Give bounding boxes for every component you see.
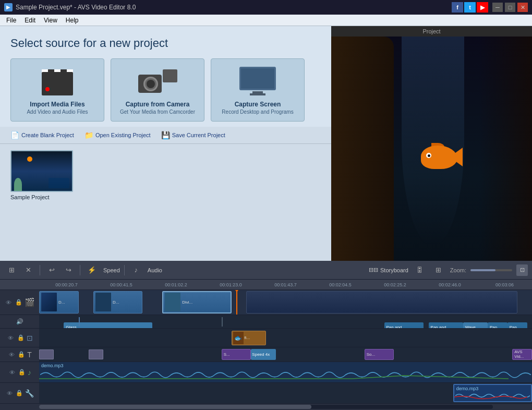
storyboard-toggle[interactable]: ⊟⊟ Storyboard: [369, 267, 408, 273]
track-eye-btn-4[interactable]: 👁: [7, 351, 16, 359]
text-clip-so[interactable]: So...: [365, 349, 394, 360]
scroll-thumb[interactable]: [39, 405, 311, 409]
redo-button[interactable]: ↪: [61, 263, 76, 278]
window-controls: ─ □ ✕: [492, 3, 528, 12]
source-options: Import Media Files Add Video and Audio F…: [10, 58, 321, 122]
create-blank-link[interactable]: 📄 Create Blank Project: [10, 131, 74, 139]
fish-eye: [426, 153, 431, 158]
audio-label: Audio: [148, 267, 162, 273]
effect-clip-pan1[interactable]: Pan and...: [384, 322, 424, 328]
track-vol-btn-2[interactable]: 🔊: [16, 318, 24, 326]
track-eye-btn-6[interactable]: 👁: [5, 389, 14, 397]
scroll-track[interactable]: [39, 405, 493, 409]
track-eye-btn-3[interactable]: 👁: [7, 334, 15, 342]
track-eye-btn-5[interactable]: 👁: [8, 368, 16, 377]
text-track-content: S... Speed 4x So... AVS Vid...: [39, 347, 532, 361]
text-track-row: 👁 🔒 T S... Speed 4x So... AVS Vid...: [0, 347, 532, 362]
effect-clip-pan2[interactable]: Pan and...: [429, 322, 463, 328]
capture-screen-option[interactable]: Capture Screen Record Desktop and Progra…: [211, 58, 305, 122]
track-lock-btn-3[interactable]: 🔒: [17, 334, 25, 342]
audio-main-clip[interactable]: demo.mp3: [39, 362, 532, 382]
window-title: Sample Project.vep* - AVS Video Editor 8…: [16, 4, 136, 11]
sample-project-thumb[interactable]: Sample Project: [10, 150, 73, 200]
twitter-btn[interactable]: t: [464, 2, 476, 13]
audio-btn[interactable]: ♪: [129, 263, 143, 278]
audio-track-icon: ♪: [28, 368, 31, 377]
youtube-btn[interactable]: ▶: [477, 2, 488, 13]
video-track-icon: 🎬: [25, 297, 35, 307]
clip-label-2: Divi...: [182, 300, 192, 305]
effect-clip-glass[interactable]: Glass...: [64, 322, 152, 328]
maximize-button[interactable]: □: [505, 3, 515, 12]
overlay-track-content: 🐟 fi...: [39, 329, 532, 347]
video-track-controls: 👁 🔒 🎬: [0, 290, 39, 315]
effects-track-controls: 🔊: [0, 315, 39, 328]
fish: [421, 143, 463, 174]
effect-marker-2: [222, 317, 223, 327]
save-label: Save Current Project: [172, 132, 225, 138]
effect-clip-pan4[interactable]: Pan ...: [507, 322, 527, 328]
minimize-button[interactable]: ─: [492, 3, 503, 12]
audio-track-controls: 👁 🔒 ♪: [0, 362, 39, 382]
video-clip-1[interactable]: D...: [93, 291, 143, 313]
overlay-track-icon: ⊡: [27, 334, 33, 342]
track-lock-btn-4[interactable]: 🔒: [17, 351, 26, 359]
menu-help[interactable]: Help: [62, 16, 83, 25]
track-lock-btn-5[interactable]: 🔒: [18, 368, 26, 377]
audio-track-main-row: 👁 🔒 ♪ demo.mp3: [0, 362, 532, 383]
timeline-grid-btn[interactable]: ⊞: [4, 263, 19, 278]
fish-tail: [450, 148, 463, 166]
video-track-content[interactable]: D... D... Divi...: [39, 290, 532, 315]
text-clip-1[interactable]: [89, 349, 103, 359]
source-select-section: Select source for a new project: [0, 26, 331, 127]
close-button[interactable]: ✕: [517, 3, 528, 12]
camera-title: Capture from Camera: [119, 101, 196, 108]
project-links: 📄 Create Blank Project 📁 Open Existing P…: [0, 127, 331, 144]
timeline-toolbar: ⊞ ✕ ↩ ↪ ⚡ Speed ♪ Audio ⊟⊟ Storyboard 🎛 …: [0, 261, 532, 280]
audio-mixer-btn[interactable]: 🎛: [413, 263, 427, 278]
effect-clip-pan3[interactable]: Pan ...: [488, 322, 507, 328]
overlay-clip-fish[interactable]: 🐟 fi...: [232, 331, 266, 345]
text-clip-s[interactable]: S...: [222, 349, 251, 360]
text-track-controls: 👁 🔒 T: [0, 347, 39, 361]
menu-edit[interactable]: Edit: [20, 16, 40, 25]
effect-clip-wave[interactable]: Wave: [463, 322, 488, 328]
open-existing-link[interactable]: 📁 Open Existing Project: [84, 131, 151, 139]
save-current-link[interactable]: 💾 Save Current Project: [161, 131, 225, 139]
menu-view[interactable]: View: [40, 16, 62, 25]
effects-track-row: 🔊 Glass... Pan and... Pan and... Wave Pa…: [0, 315, 532, 329]
import-media-option[interactable]: Import Media Files Add Video and Audio F…: [10, 58, 104, 122]
import-icon: [37, 65, 78, 97]
overlay-fish-label: fi...: [245, 335, 250, 340]
audio-track-2-icon: 🔧: [25, 389, 34, 397]
facebook-btn[interactable]: f: [452, 2, 463, 13]
settings-btn[interactable]: ⊞: [431, 263, 446, 278]
menu-file[interactable]: File: [2, 16, 20, 25]
undo-button[interactable]: ↩: [44, 263, 59, 278]
capture-camera-option[interactable]: Capture from Camera Get Your Media from …: [111, 58, 204, 122]
fit-zoom-btn[interactable]: ⊡: [516, 264, 528, 276]
track-lock-btn-1[interactable]: 🔒: [15, 298, 23, 307]
project-thumbnail: [10, 150, 73, 192]
text-speed-clip[interactable]: Speed 4x: [251, 349, 275, 360]
text-clip-0[interactable]: [39, 349, 54, 359]
speed-render-btn[interactable]: ⚡: [84, 263, 99, 278]
overlay-track-controls: 👁 🔒 ⊡: [0, 329, 39, 347]
timeline-delete-btn[interactable]: ✕: [21, 263, 35, 278]
audio-clip-2[interactable]: demo.mp3: [453, 384, 532, 402]
track-lock-btn-6[interactable]: 🔒: [15, 389, 23, 397]
text-clip-avs[interactable]: AVS Vid...: [512, 349, 532, 360]
zoom-slider[interactable]: [470, 269, 512, 271]
horizontal-scrollbar: [0, 404, 532, 410]
video-track-row: 👁 🔒 🎬 D... D... Divi...: [0, 290, 532, 315]
video-clip-0[interactable]: D...: [39, 291, 79, 313]
storyboard-icon: ⊟⊟: [369, 267, 378, 273]
audio-track-2-row: 👁 🔒 🔧 demo.mp3: [0, 383, 532, 404]
text-track-icon: T: [27, 351, 32, 359]
playhead: [236, 290, 237, 315]
audio-track-2-content: demo.mp3: [39, 383, 532, 403]
video-clip-3[interactable]: [246, 291, 517, 313]
video-clip-2[interactable]: Divi...: [162, 291, 231, 313]
track-eye-btn-1[interactable]: 👁: [5, 298, 13, 307]
clip-label-0: D...: [58, 300, 65, 305]
